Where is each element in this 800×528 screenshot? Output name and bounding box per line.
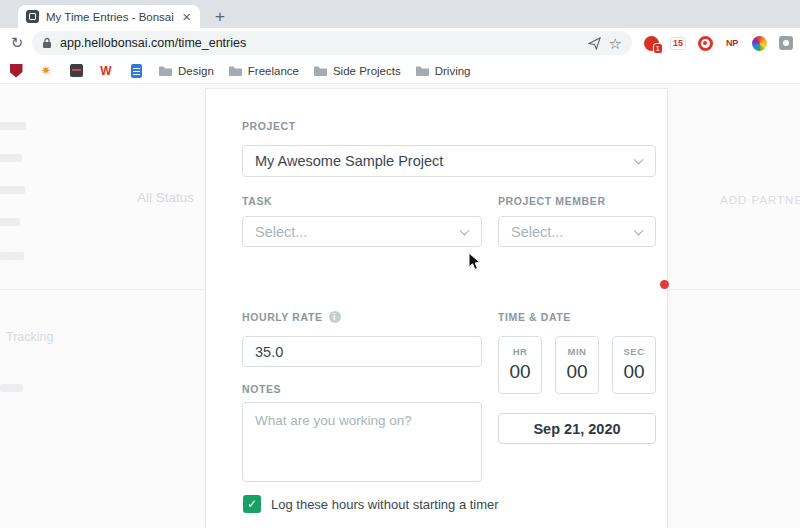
date-picker[interactable]: Sep 21, 2020	[498, 413, 656, 444]
lock-icon	[42, 37, 52, 49]
chevron-down-icon	[460, 225, 470, 235]
bookmarks-bar: ✷ W Design Freelance Side Projects Drivi…	[0, 58, 800, 84]
project-select-value: My Awesome Sample Project	[255, 153, 443, 169]
extension-target-icon[interactable]	[696, 34, 714, 52]
send-icon[interactable]	[588, 37, 601, 50]
page-backdrop: All Status ADD PARTNE Tracking PROJECT M…	[0, 84, 800, 528]
notification-dot	[660, 280, 669, 289]
extension-colorwheel-icon[interactable]	[750, 34, 768, 52]
bookmark-w-icon[interactable]: W	[98, 63, 114, 79]
backdrop-divider	[668, 289, 800, 290]
minutes-stepper[interactable]: MIN 00	[555, 336, 599, 394]
task-select-placeholder: Select...	[255, 224, 307, 240]
folder-icon	[313, 64, 328, 77]
tab-title: My Time Entries - Bonsai	[46, 11, 174, 23]
bookmark-folder-design[interactable]: Design	[158, 64, 214, 77]
address-bar[interactable]: app.hellobonsai.com/time_entries ☆	[32, 31, 632, 55]
new-tab-button[interactable]: +	[208, 5, 232, 28]
backdrop-text-fragment	[0, 252, 24, 260]
bonsai-favicon-icon	[26, 10, 39, 23]
extension-np-icon[interactable]: NP	[723, 34, 741, 52]
backdrop-all-status: All Status	[137, 190, 194, 205]
backdrop-add-partner: ADD PARTNE	[720, 194, 800, 206]
bookmark-folder-driving[interactable]: Driving	[415, 64, 471, 77]
tab-close-icon[interactable]: ×	[181, 9, 192, 24]
backdrop-text-fragment	[0, 384, 23, 392]
folder-icon	[158, 64, 173, 77]
browser-toolbar: ↻ app.hellobonsai.com/time_entries ☆ 1 1…	[0, 28, 800, 58]
browser-window: My Time Entries - Bonsai × + ↻ app.hello…	[0, 0, 800, 528]
bookmark-docs-icon[interactable]	[128, 63, 144, 79]
checkbox-label: Log these hours without starting a timer	[271, 497, 499, 512]
project-member-select[interactable]: Select...	[498, 216, 656, 247]
hours-stepper[interactable]: HR 00	[498, 336, 542, 394]
browser-tab[interactable]: My Time Entries - Bonsai ×	[18, 5, 200, 28]
bookmark-book-icon[interactable]	[68, 63, 84, 79]
chevron-down-icon	[634, 155, 644, 165]
log-hours-checkbox-row[interactable]: ✓ Log these hours without starting a tim…	[243, 495, 499, 513]
project-label: PROJECT	[242, 120, 296, 132]
folder-icon	[415, 64, 430, 77]
project-member-label: PROJECT MEMBER	[498, 195, 606, 207]
member-select-placeholder: Select...	[511, 224, 563, 240]
backdrop-divider	[0, 289, 205, 290]
reload-icon[interactable]: ↻	[6, 32, 28, 54]
extensions-row: 1 15 NP	[642, 31, 795, 55]
bookmark-shield-icon[interactable]	[8, 63, 24, 79]
bookmark-starburst-icon[interactable]: ✷	[38, 63, 54, 79]
task-select[interactable]: Select...	[242, 216, 482, 247]
backdrop-tracking: Tracking	[6, 330, 53, 344]
task-label: TASK	[242, 195, 272, 207]
mouse-cursor	[468, 252, 481, 272]
time-entry-modal: PROJECT My Awesome Sample Project TASK S…	[205, 88, 668, 528]
time-date-label: TIME & DATE	[498, 311, 571, 323]
tab-strip: My Time Entries - Bonsai × +	[0, 0, 800, 28]
bookmark-star-icon[interactable]: ☆	[609, 36, 622, 51]
checkbox-checked-icon[interactable]: ✓	[243, 495, 261, 513]
chevron-down-icon	[634, 225, 644, 235]
url-text[interactable]: app.hellobonsai.com/time_entries	[60, 36, 580, 50]
bookmark-folder-freelance[interactable]: Freelance	[228, 64, 299, 77]
backdrop-text-fragment	[0, 186, 25, 194]
bookmark-folder-side-projects[interactable]: Side Projects	[313, 64, 401, 77]
backdrop-text-fragment	[0, 122, 26, 130]
folder-icon	[228, 64, 243, 77]
extension-badge: 1	[653, 43, 663, 54]
extension-gray-icon[interactable]	[777, 34, 795, 52]
info-icon[interactable]: i	[329, 311, 341, 323]
extension-red-badge-icon[interactable]: 1	[642, 34, 660, 52]
hourly-rate-label: HOURLY RATE i	[242, 311, 341, 323]
project-select[interactable]: My Awesome Sample Project	[242, 145, 656, 177]
hourly-rate-input[interactable]	[242, 336, 482, 367]
extension-15-icon[interactable]: 15	[669, 34, 687, 52]
backdrop-text-fragment	[0, 218, 20, 226]
notes-label: NOTES	[242, 383, 281, 395]
notes-textarea[interactable]	[242, 402, 482, 482]
seconds-stepper[interactable]: SEC 00	[612, 336, 656, 394]
backdrop-text-fragment	[0, 154, 22, 162]
